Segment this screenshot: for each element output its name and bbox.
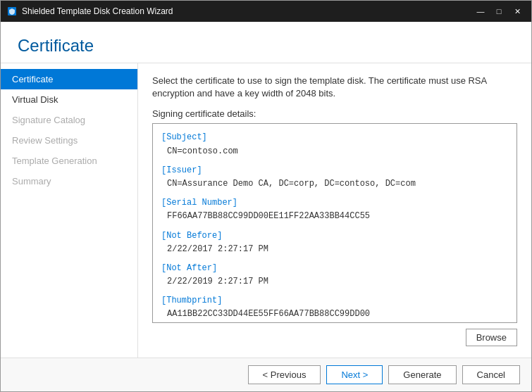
sidebar-item-template-generation: Template Generation xyxy=(1,151,137,171)
cert-not-after-block: [Not After] 2/22/2019 2:27:17 PM xyxy=(161,262,508,289)
sidebar-item-certificate[interactable]: Certificate xyxy=(1,69,137,89)
sidebar-item-summary: Summary xyxy=(1,171,137,191)
sidebar-item-review-settings: Review Settings xyxy=(1,130,137,151)
cert-not-before-block: [Not Before] 2/22/2017 2:27:17 PM xyxy=(161,229,508,256)
cert-issuer-block: [Issuer] CN=Assurance Demo CA, DC=corp, … xyxy=(161,164,508,191)
content-area: Certificate Certificate Virtual Disk Sig… xyxy=(1,22,531,391)
footer: < Previous Next > Generate Cancel xyxy=(1,358,531,391)
cert-serial-label: [Serial Number] xyxy=(161,196,508,210)
minimize-button[interactable]: — xyxy=(472,4,489,18)
cert-serial-block: [Serial Number] FF66AA77BB88CC99DD00EE11… xyxy=(161,196,508,223)
generate-button[interactable]: Generate xyxy=(388,365,456,384)
sidebar-item-signature-catalog: Signature Catalog xyxy=(1,110,137,130)
cert-subject-label: [Subject] xyxy=(161,131,508,144)
cert-not-after-value: 2/22/2019 2:27:17 PM xyxy=(167,275,508,289)
window-controls: — □ ✕ xyxy=(472,4,526,18)
sidebar-item-virtual-disk[interactable]: Virtual Disk xyxy=(1,89,137,110)
cert-issuer-value: CN=Assurance Demo CA, DC=corp, DC=contos… xyxy=(167,177,508,191)
next-button[interactable]: Next > xyxy=(326,365,383,384)
browse-row: Browse xyxy=(152,329,517,346)
page-header: Certificate xyxy=(1,22,531,63)
cert-thumbprint-block: [Thumbprint] AA11BB22CC33DD44EE55FF66AA7… xyxy=(161,294,508,321)
section-label: Signing certificate details: xyxy=(152,108,517,119)
main-window: Shielded Template Disk Creation Wizard —… xyxy=(0,0,532,392)
app-icon xyxy=(6,6,18,17)
cancel-button[interactable]: Cancel xyxy=(462,365,520,384)
previous-button[interactable]: < Previous xyxy=(248,365,321,384)
window-title: Shielded Template Disk Creation Wizard xyxy=(22,6,472,16)
cert-not-after-label: [Not After] xyxy=(161,262,508,275)
page-title: Certificate xyxy=(18,36,514,56)
cert-not-before-value: 2/22/2017 2:27:17 PM xyxy=(167,243,508,256)
close-button[interactable]: ✕ xyxy=(509,4,526,18)
browse-button[interactable]: Browse xyxy=(466,329,517,346)
right-panel: Select the certificate to use to sign th… xyxy=(138,63,531,358)
cert-details-box: [Subject] CN=contoso.com [Issuer] CN=Ass… xyxy=(152,123,517,323)
title-bar: Shielded Template Disk Creation Wizard —… xyxy=(1,1,531,22)
cert-thumbprint-value: AA11BB22CC33DD44EE55FF66AA77BB88CC99DD00 xyxy=(167,308,508,321)
cert-issuer-label: [Issuer] xyxy=(161,164,508,177)
cert-subject-block: [Subject] CN=contoso.com xyxy=(161,131,508,158)
description-text: Select the certificate to use to sign th… xyxy=(152,75,517,100)
cert-serial-value: FF66AA77BB88CC99DD00EE11FF22AA33BB44CC55 xyxy=(167,210,508,223)
cert-subject-value: CN=contoso.com xyxy=(167,145,508,158)
cert-not-before-label: [Not Before] xyxy=(161,229,508,243)
cert-thumbprint-label: [Thumbprint] xyxy=(161,294,508,308)
maximize-button[interactable]: □ xyxy=(490,4,507,18)
main-content: Certificate Virtual Disk Signature Catal… xyxy=(1,63,531,358)
sidebar: Certificate Virtual Disk Signature Catal… xyxy=(1,63,138,358)
